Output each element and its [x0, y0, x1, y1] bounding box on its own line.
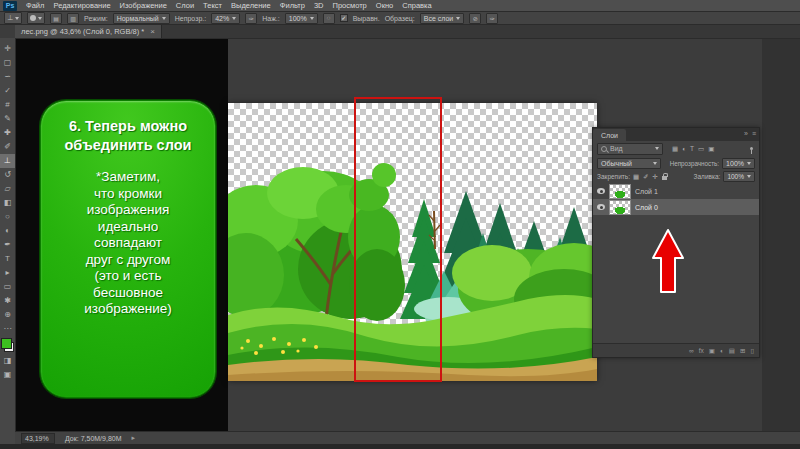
- opacity-value: 42%: [215, 15, 229, 22]
- blur-icon: ○: [5, 210, 10, 224]
- collapse-panel-icon[interactable]: »: [744, 130, 748, 137]
- menu-filter[interactable]: Фильтр: [280, 1, 305, 10]
- new-group-icon[interactable]: ▤: [729, 347, 735, 355]
- fill-value: 100%: [727, 173, 744, 180]
- chevron-down-icon: [747, 175, 751, 178]
- lock-transparency-icon[interactable]: ▦: [633, 173, 639, 181]
- lasso-icon: ∽: [4, 70, 11, 84]
- flow-select[interactable]: 100%: [285, 13, 318, 24]
- edit-toolbar-button[interactable]: ⋯: [0, 322, 15, 336]
- zoom-tool[interactable]: ⊕: [0, 308, 15, 322]
- fill-select[interactable]: 100%: [723, 171, 755, 182]
- tablet-size-button[interactable]: ✑: [486, 13, 498, 24]
- menu-image[interactable]: Изображение: [120, 1, 167, 10]
- toggle-brush-panel-button[interactable]: ▤: [50, 13, 62, 24]
- quick-selection-tool[interactable]: ✓: [0, 84, 15, 98]
- menu-help[interactable]: Справка: [402, 1, 431, 10]
- screen-mode-button[interactable]: ▣: [0, 368, 15, 382]
- new-layer-icon[interactable]: ⊞: [740, 347, 745, 355]
- lock-position-icon[interactable]: ✛: [653, 173, 658, 181]
- brush-preset-picker[interactable]: [27, 12, 45, 24]
- layer-row-1[interactable]: Слой 1: [593, 183, 759, 199]
- aligned-checkbox[interactable]: ✓: [340, 14, 348, 22]
- layer-thumbnail[interactable]: [609, 184, 631, 199]
- eyedropper-tool[interactable]: ✎: [0, 112, 15, 126]
- note-body-line: бесшовное: [84, 285, 171, 302]
- color-swatches[interactable]: [1, 338, 14, 352]
- clone-stamp-tool[interactable]: ⊥: [0, 154, 15, 168]
- link-layers-icon[interactable]: ∞: [689, 347, 694, 354]
- menu-type[interactable]: Текст: [203, 1, 222, 10]
- history-brush-tool[interactable]: ↺: [0, 168, 15, 182]
- menu-3d[interactable]: 3D: [314, 1, 324, 10]
- crop-tool[interactable]: #: [0, 98, 15, 112]
- sample-select[interactable]: Все слои: [420, 13, 464, 24]
- menu-view[interactable]: Просмотр: [333, 1, 367, 10]
- layer-opacity-value: 100%: [726, 160, 744, 167]
- layer-thumbnail[interactable]: [609, 200, 631, 215]
- filter-pin-icon[interactable]: [750, 147, 753, 150]
- layer-blend-mode-select[interactable]: Обычный: [597, 158, 661, 169]
- layer-effects-icon[interactable]: fx: [699, 347, 704, 354]
- filter-adjustment-icon[interactable]: ◐: [682, 145, 686, 153]
- menu-layers[interactable]: Слои: [176, 1, 194, 10]
- airbrush-button[interactable]: ◌: [323, 13, 335, 24]
- layer-row-0[interactable]: Слой 0: [593, 199, 759, 215]
- gradient-tool[interactable]: ◧: [0, 196, 15, 210]
- blur-tool[interactable]: ○: [0, 210, 15, 224]
- pen-tool[interactable]: ✒: [0, 238, 15, 252]
- tab-layers[interactable]: Слои: [593, 129, 626, 141]
- dodge-tool[interactable]: ◐: [0, 224, 15, 238]
- filter-shape-icon[interactable]: ▭: [698, 145, 704, 153]
- lock-all-icon[interactable]: [662, 176, 667, 180]
- blend-mode-select[interactable]: Нормальный: [113, 13, 170, 24]
- visibility-eye-icon[interactable]: [597, 188, 605, 194]
- foreground-color-swatch[interactable]: [1, 338, 12, 349]
- path-selection-tool[interactable]: ▸: [0, 266, 15, 280]
- adjustment-layer-icon[interactable]: ◐: [720, 347, 724, 354]
- tutorial-note-bubble: 6. Теперь можно объединить слои *Заметим…: [40, 100, 216, 398]
- delete-layer-icon[interactable]: ▯: [750, 347, 754, 355]
- opacity-select[interactable]: 42%: [211, 13, 240, 24]
- lasso-tool[interactable]: ∽: [0, 70, 15, 84]
- type-tool[interactable]: T: [0, 252, 15, 266]
- menu-window[interactable]: Окно: [376, 1, 393, 10]
- panel-menu-icon[interactable]: ≡: [752, 130, 756, 137]
- clone-stamp-icon: ⊥: [4, 154, 11, 168]
- menu-select[interactable]: Выделение: [231, 1, 271, 10]
- quick-mask-button[interactable]: ◨: [0, 354, 15, 368]
- document-tab[interactable]: лес.png @ 43,6% (Слой 0, RGB/8) * ×: [15, 25, 162, 38]
- brush-icon: ✐: [4, 140, 11, 154]
- layer-mask-icon[interactable]: ▣: [709, 347, 715, 355]
- zoom-level-field[interactable]: 43,19%: [21, 433, 55, 444]
- shape-tool[interactable]: ▭: [0, 280, 15, 294]
- ignore-adjustment-layers-button[interactable]: ⊘: [469, 13, 481, 24]
- filter-type-icon[interactable]: T: [690, 145, 694, 153]
- layer-opacity-select[interactable]: 100%: [722, 158, 755, 169]
- marquee-tool[interactable]: ▢: [0, 56, 15, 70]
- toggle-clone-source-button[interactable]: ▥: [67, 13, 79, 24]
- document-title: лес.png @ 43,6% (Слой 0, RGB/8) *: [21, 27, 144, 36]
- close-icon[interactable]: ×: [150, 27, 155, 36]
- layer-name[interactable]: Слой 0: [635, 204, 658, 211]
- filter-image-icon[interactable]: ▦: [672, 145, 678, 153]
- brush-tool[interactable]: ✐: [0, 140, 15, 154]
- healing-brush-tool[interactable]: ✚: [0, 126, 15, 140]
- menu-file[interactable]: Файл: [26, 1, 44, 10]
- lock-paint-icon[interactable]: ✐: [643, 173, 648, 181]
- chevron-down-icon: [310, 17, 314, 20]
- status-chevron-icon[interactable]: ▸: [132, 434, 136, 442]
- chevron-down-icon: [653, 162, 657, 165]
- layer-name[interactable]: Слой 1: [635, 188, 658, 195]
- hand-tool[interactable]: ✱: [0, 294, 15, 308]
- visibility-eye-icon[interactable]: [597, 204, 605, 210]
- current-tool-preset[interactable]: ⊥: [4, 12, 22, 24]
- note-heading-line2: объединить слои: [65, 136, 192, 155]
- layer-filter-select[interactable]: Вид: [597, 143, 663, 155]
- move-tool[interactable]: ✛: [0, 42, 15, 56]
- tablet-opacity-button[interactable]: ✑: [245, 13, 257, 24]
- eraser-tool[interactable]: ▱: [0, 182, 15, 196]
- filter-smart-icon[interactable]: ▣: [708, 145, 714, 153]
- menu-edit[interactable]: Редактирование: [53, 1, 110, 10]
- flow-label: Наж.:: [262, 15, 280, 22]
